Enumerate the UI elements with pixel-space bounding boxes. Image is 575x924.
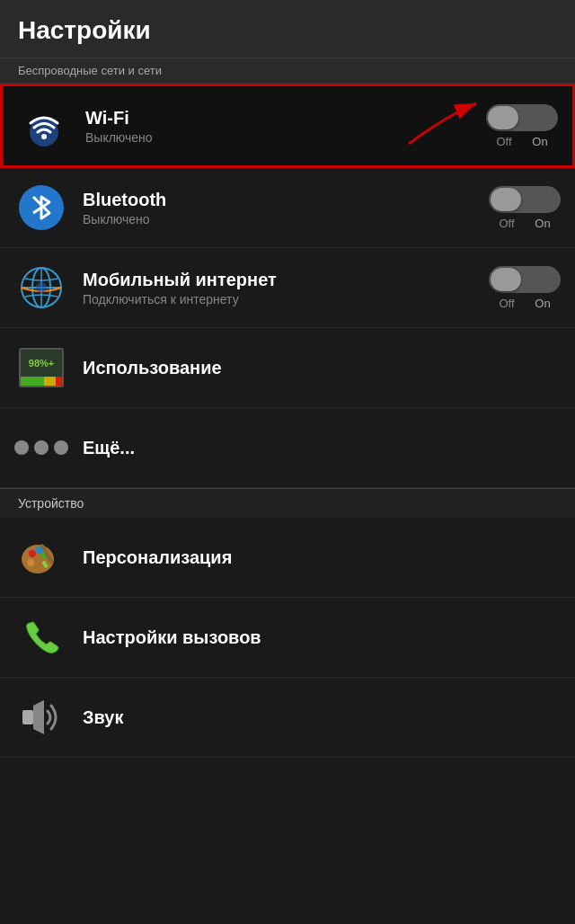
svg-point-2	[41, 134, 47, 139]
wifi-icon	[17, 99, 71, 153]
sound-icon	[14, 690, 68, 744]
bluetooth-icon	[14, 181, 68, 235]
device-section-label: Устройство	[0, 488, 575, 518]
usage-bar-green	[21, 377, 44, 386]
wifi-icon-svg	[22, 103, 66, 148]
wifi-subtitle: Выключено	[85, 130, 477, 145]
svg-rect-15	[22, 710, 33, 724]
calls-icon	[14, 610, 68, 664]
mobile-off-label: Off	[489, 297, 525, 310]
personalization-setting-item[interactable]: Персонализация	[0, 518, 575, 598]
more-setting-item[interactable]: Ещё...	[0, 408, 575, 488]
usage-bar-red	[56, 377, 62, 386]
mobile-internet-title: Мобильный интернет	[83, 270, 480, 290]
mobile-toggle[interactable]: Off On	[489, 266, 561, 310]
paint-palette-icon	[18, 534, 65, 581]
bluetooth-on-label: On	[525, 217, 561, 230]
svg-marker-16	[33, 700, 44, 734]
bluetooth-toggle-switch[interactable]	[489, 186, 561, 213]
mobile-internet-setting-item[interactable]: Мобильный интернет Подключиться к интерн…	[0, 248, 575, 328]
wifi-off-label: Off	[486, 135, 522, 148]
sound-setting-item[interactable]: Звук	[0, 678, 575, 758]
dot-1	[14, 440, 29, 455]
svg-point-9	[29, 550, 36, 557]
calls-text: Настройки вызовов	[83, 627, 561, 648]
calls-title: Настройки вызовов	[83, 627, 561, 648]
personalization-icon	[14, 530, 68, 584]
wifi-text: Wi-Fi Выключено	[85, 108, 477, 145]
sound-text: Звук	[83, 707, 561, 728]
wifi-toggle-knob	[488, 106, 518, 129]
mobile-internet-subtitle: Подключиться к интернету	[83, 292, 480, 307]
wifi-title: Wi-Fi	[85, 108, 477, 129]
dot-3	[54, 440, 68, 455]
calls-setting-item[interactable]: Настройки вызовов	[0, 598, 575, 678]
mobile-internet-icon	[14, 261, 68, 315]
header: Настройки	[0, 0, 575, 58]
usage-icon: 98%+	[14, 341, 68, 395]
wifi-toggle[interactable]: Off On	[486, 104, 558, 148]
mobile-toggle-switch[interactable]	[489, 266, 561, 293]
bluetooth-toggle-knob	[491, 188, 521, 211]
wifi-toggle-switch[interactable]	[486, 104, 558, 131]
bluetooth-title: Bluetooth	[83, 190, 480, 210]
globe-icon-svg	[18, 264, 65, 311]
usage-screen: 98%+	[21, 350, 62, 377]
usage-setting-item[interactable]: 98%+ Использование	[0, 328, 575, 408]
mobile-on-label: On	[525, 297, 561, 310]
bluetooth-setting-item[interactable]: Bluetooth Выключено Off On	[0, 168, 575, 248]
personalization-title: Персонализация	[83, 547, 561, 568]
usage-title: Использование	[83, 358, 561, 378]
more-text: Ещё...	[83, 438, 561, 458]
wifi-on-label: On	[522, 135, 558, 148]
mobile-internet-text: Мобильный интернет Подключиться к интерн…	[83, 270, 480, 307]
more-icon	[14, 421, 68, 475]
more-dots-icon	[14, 440, 68, 455]
more-title: Ещё...	[83, 438, 561, 458]
bluetooth-toggle-labels: Off On	[489, 217, 561, 230]
bluetooth-toggle[interactable]: Off On	[489, 186, 561, 230]
svg-point-7	[36, 282, 47, 293]
bluetooth-subtitle: Выключено	[83, 212, 480, 227]
wifi-toggle-labels: Off On	[486, 135, 558, 148]
mobile-toggle-knob	[491, 268, 521, 291]
dot-2	[34, 440, 49, 455]
bluetooth-off-label: Off	[489, 217, 525, 230]
usage-bar-yellow	[44, 377, 56, 386]
personalization-text: Персонализация	[83, 547, 561, 568]
svg-point-12	[27, 559, 34, 566]
wifi-setting-item[interactable]: Wi-Fi Выключено Off On	[0, 84, 575, 168]
mobile-toggle-labels: Off On	[489, 297, 561, 310]
usage-text: Использование	[83, 358, 561, 378]
usage-bar-row	[21, 377, 62, 386]
sound-title: Звук	[83, 707, 561, 728]
bluetooth-text: Bluetooth Выключено	[83, 190, 480, 227]
sound-icon-shape	[18, 694, 65, 741]
wireless-section-label: Беспроводные сети и сети	[0, 58, 575, 84]
usage-icon-shape: 98%+	[19, 348, 64, 387]
page-title: Настройки	[18, 16, 557, 45]
bluetooth-icon-shape	[19, 185, 64, 230]
phone-icon-shape	[18, 614, 65, 661]
